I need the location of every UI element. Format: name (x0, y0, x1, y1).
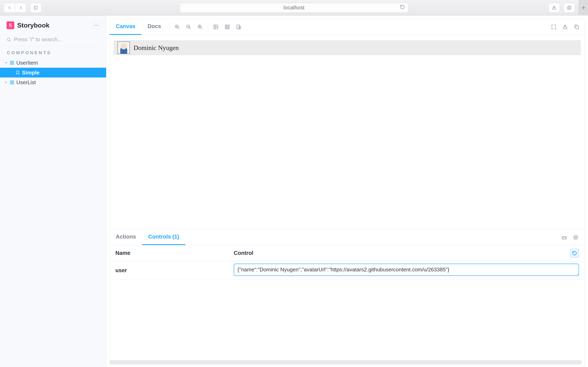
svg-rect-34 (228, 27, 229, 29)
addons-orientation-button[interactable] (559, 229, 570, 245)
component-icon (10, 60, 14, 65)
storybook-sidebar: S Storybook COMPONENTS UserItem (0, 16, 106, 367)
tree-story-simple[interactable]: Simple (0, 68, 106, 77)
svg-rect-33 (225, 27, 227, 29)
tabs-overview-button[interactable] (563, 3, 575, 13)
new-tab-button[interactable] (579, 0, 588, 16)
svg-rect-19 (12, 83, 14, 84)
svg-point-8 (96, 25, 96, 25)
controls-reset-button[interactable] (570, 249, 579, 258)
tab-docs[interactable]: Docs (141, 19, 167, 35)
sidebar-toggle-button[interactable] (30, 3, 42, 13)
storybook-main: Canvas Docs (106, 16, 588, 367)
horizontal-scrollbar[interactable] (109, 360, 582, 365)
browser-toolbar: localhost (0, 0, 588, 16)
open-isolated-button[interactable] (559, 24, 571, 30)
bookmark-icon (16, 70, 20, 75)
sidebar-section-label: COMPONENTS (0, 50, 106, 55)
tab-canvas[interactable]: Canvas (110, 19, 141, 35)
avatar (118, 42, 130, 54)
tree-item-label: Simple (22, 69, 106, 76)
zoom-out-button[interactable] (183, 24, 194, 30)
svg-line-28 (201, 27, 202, 29)
url-text: localhost (284, 4, 305, 11)
viewport-button[interactable] (233, 24, 244, 30)
svg-rect-36 (239, 26, 241, 29)
tree-component-useritem[interactable]: UserItem (0, 58, 106, 68)
fullscreen-button[interactable] (548, 24, 559, 30)
svg-line-25 (189, 27, 191, 29)
svg-rect-38 (576, 26, 579, 29)
svg-point-9 (97, 25, 98, 25)
zoom-reset-button[interactable] (194, 24, 206, 30)
svg-line-11 (10, 40, 11, 41)
controls-col-control: Control (234, 250, 563, 256)
tree-component-userlist[interactable]: UserList (0, 77, 106, 87)
svg-rect-13 (12, 61, 14, 62)
svg-point-7 (95, 25, 95, 25)
preview-toolbar: Canvas Docs (110, 19, 585, 35)
svg-rect-3 (568, 6, 571, 9)
component-icon (10, 80, 14, 85)
sidebar-menu-button[interactable] (92, 21, 100, 29)
browser-forward-button[interactable] (15, 3, 26, 13)
component-tree: UserItem Simple UserList (0, 58, 106, 87)
svg-rect-15 (12, 63, 14, 64)
control-prop-name: user (115, 267, 234, 274)
preview-panel: Canvas Docs (109, 18, 585, 367)
search-icon (7, 37, 11, 42)
controls-row-user: user (110, 261, 585, 280)
copy-link-button[interactable] (571, 24, 582, 30)
svg-line-21 (178, 27, 179, 29)
svg-rect-0 (34, 6, 38, 9)
addons-tab-actions[interactable]: Actions (110, 229, 142, 245)
browser-back-button[interactable] (4, 3, 15, 13)
controls-col-name: Name (115, 250, 234, 256)
background-button[interactable] (210, 24, 222, 30)
control-user-input[interactable] (234, 264, 579, 276)
addons-close-button[interactable] (570, 229, 581, 245)
tree-item-label: UserList (16, 79, 106, 86)
reload-icon[interactable] (400, 4, 405, 11)
search[interactable] (7, 36, 100, 46)
zoom-in-button[interactable] (172, 24, 183, 30)
grid-button[interactable] (222, 24, 233, 30)
user-name: Dominic Nyugen (134, 44, 179, 52)
controls-table: Name Control user (110, 245, 585, 280)
caret-down-icon (4, 61, 8, 64)
svg-rect-31 (225, 25, 227, 26)
user-item: Dominic Nyugen (114, 40, 581, 55)
tree-item-label: UserItem (16, 60, 106, 66)
brand: S Storybook (0, 19, 106, 33)
share-button[interactable] (548, 3, 560, 13)
svg-rect-18 (10, 83, 12, 84)
svg-rect-16 (10, 81, 12, 82)
url-bar[interactable]: localhost (180, 3, 408, 13)
svg-point-30 (215, 26, 216, 26)
svg-rect-32 (228, 25, 229, 26)
svg-rect-35 (237, 25, 240, 29)
brand-name: Storybook (17, 22, 49, 29)
svg-rect-12 (10, 61, 12, 62)
brand-logo: S (7, 21, 14, 29)
svg-rect-17 (12, 81, 14, 82)
svg-rect-4 (568, 7, 570, 9)
addons-tab-controls[interactable]: Controls (1) (142, 229, 185, 245)
search-input[interactable] (14, 36, 100, 43)
addons-panel: Actions Controls (1) Name Control (110, 229, 585, 280)
canvas-frame: Dominic Nyugen (110, 35, 585, 229)
caret-right-icon (4, 81, 8, 84)
svg-rect-14 (10, 63, 12, 64)
